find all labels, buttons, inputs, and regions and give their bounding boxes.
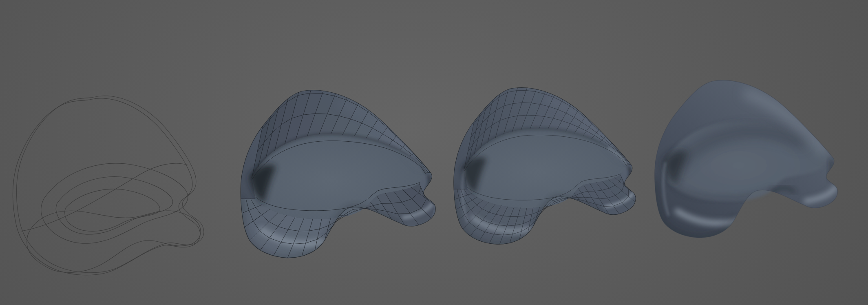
object-subdivided-mesh[interactable] bbox=[452, 86, 640, 248]
rim-inner-curve bbox=[56, 177, 173, 234]
object-smooth-surface[interactable] bbox=[652, 79, 842, 241]
curve-cage-lines bbox=[13, 96, 204, 275]
object-low-poly-mesh[interactable] bbox=[239, 89, 440, 262]
rim-outer-curve bbox=[41, 163, 188, 243]
3d-viewport[interactable] bbox=[0, 0, 868, 305]
footprint-curve bbox=[27, 211, 201, 273]
seat-hole-curve bbox=[65, 189, 160, 231]
object-curve-cage[interactable] bbox=[5, 96, 209, 285]
